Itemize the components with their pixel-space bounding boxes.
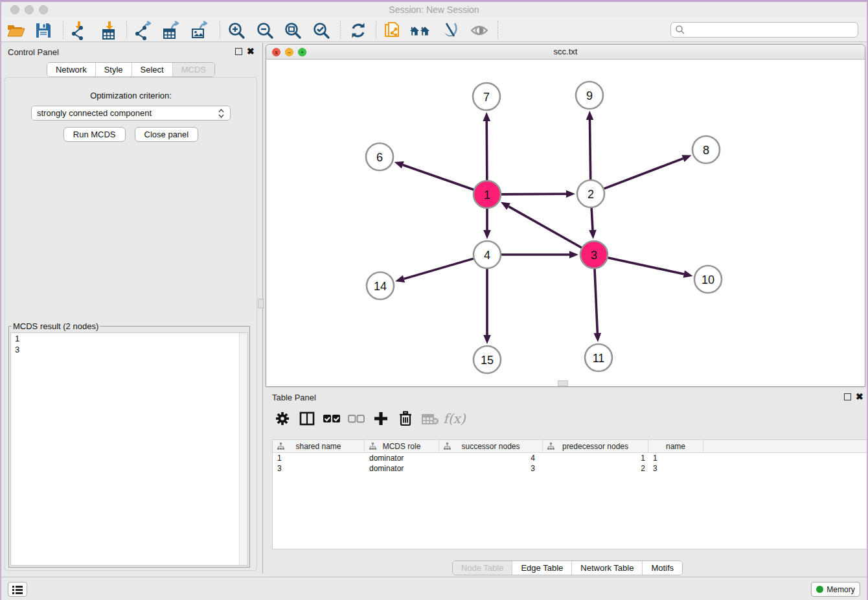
optimization-dropdown[interactable]: strongly connected component — [31, 106, 231, 121]
memory-button[interactable]: Memory — [811, 582, 860, 597]
arrowhead-icon — [569, 251, 578, 259]
edge-1-6[interactable] — [403, 165, 474, 190]
edge-3-1[interactable] — [508, 207, 582, 248]
table-row[interactable]: 1dominator411 — [273, 453, 868, 463]
function-builder-button[interactable]: f(x) — [444, 409, 464, 429]
graph-node-label: 4 — [484, 249, 490, 262]
attribute-icon — [547, 443, 554, 450]
edge-3-10[interactable] — [608, 258, 684, 274]
graph-node-label: 2 — [588, 188, 594, 201]
split-handle-vertical[interactable] — [258, 299, 264, 308]
control-panel-tabs: NetworkStyleSelectMCDS — [1, 62, 260, 77]
tab-edge-table[interactable]: Edge Table — [512, 561, 571, 575]
delete-row-button[interactable] — [395, 409, 415, 429]
import-table-button[interactable] — [98, 20, 119, 41]
export-table-icon — [162, 21, 181, 40]
tab-mcds[interactable]: MCDS — [172, 63, 214, 76]
edge-4-14[interactable] — [404, 259, 473, 279]
search-field[interactable] — [670, 22, 858, 38]
edge-2-9[interactable] — [590, 120, 591, 179]
table-cell[interactable]: 1 — [543, 453, 648, 463]
table-cell[interactable]: dominator — [365, 453, 439, 463]
table-cell[interactable]: 2 — [543, 463, 648, 474]
column-header-predecessor-nodes[interactable]: predecessor nodes — [543, 440, 648, 452]
clone-network-button[interactable] — [383, 20, 404, 41]
graph-node-label: 9 — [586, 89, 593, 102]
arrowhead-icon — [589, 230, 597, 239]
select-all-icon — [322, 409, 341, 428]
table-cell[interactable]: 3 — [439, 463, 543, 474]
table-cell[interactable]: 1 — [273, 453, 365, 463]
task-history-button[interactable] — [8, 582, 27, 597]
tab-motifs[interactable]: Motifs — [642, 561, 682, 575]
split-handle-horizontal[interactable] — [558, 380, 568, 386]
graph-node-label: 1 — [484, 189, 490, 202]
deselect-all-button[interactable] — [346, 409, 366, 429]
mcds-result-title: MCDS result (2 nodes) — [12, 321, 100, 331]
network-titlebar: x – + scc.txt — [266, 45, 865, 60]
float-icon[interactable] — [844, 393, 851, 400]
column-header-successor-nodes[interactable]: successor nodes — [439, 440, 543, 452]
column-header-shared-name[interactable]: shared name — [273, 440, 365, 452]
table-toolbar: f(x) — [272, 406, 464, 432]
float-icon[interactable] — [235, 48, 242, 55]
open-session-button[interactable] — [6, 20, 27, 41]
export-image-button[interactable] — [190, 20, 211, 41]
hide-graphics-button[interactable] — [440, 20, 461, 41]
graph-node-label: 15 — [481, 354, 494, 367]
zoom-selected-button[interactable] — [311, 20, 332, 41]
delete-table-icon — [420, 409, 440, 428]
memory-status-icon — [816, 586, 823, 593]
table-cell[interactable]: 4 — [439, 453, 543, 463]
arrowhead-icon — [394, 161, 404, 168]
gear-button[interactable] — [272, 409, 292, 429]
select-all-button[interactable] — [321, 409, 341, 429]
column-header-MCDS-role[interactable]: MCDS role — [365, 440, 439, 452]
table-row[interactable]: 3dominator323 — [273, 463, 868, 474]
delete-table-button[interactable] — [420, 409, 440, 429]
run-mcds-button[interactable]: Run MCDS — [63, 127, 126, 142]
tab-node-table[interactable]: Node Table — [453, 561, 512, 575]
refresh-layout-button[interactable] — [348, 20, 369, 41]
mcds-result-box: MCDS result (2 nodes) 13 — [8, 321, 250, 568]
save-session-button[interactable] — [33, 20, 54, 41]
tab-network-table[interactable]: Network Table — [571, 561, 642, 575]
graph-node-label: 3 — [591, 249, 597, 262]
column-selector-icon — [297, 409, 317, 428]
tab-style[interactable]: Style — [95, 63, 131, 76]
table-cell[interactable]: 3 — [648, 463, 703, 474]
mcds-result-text[interactable]: 13 — [10, 332, 248, 566]
save-session-icon — [34, 21, 53, 40]
edge-1-7[interactable] — [486, 121, 487, 180]
column-selector-button[interactable] — [297, 409, 317, 429]
zoom-out-button[interactable] — [255, 20, 275, 41]
export-table-button[interactable] — [161, 20, 182, 41]
edge-2-8[interactable] — [604, 159, 683, 189]
attribute-icon — [277, 443, 284, 450]
edge-1-2[interactable] — [501, 194, 566, 194]
edge-3-11[interactable] — [595, 269, 597, 333]
close-icon[interactable]: ✖ — [856, 391, 863, 402]
network-title: scc.txt — [266, 47, 865, 56]
export-network-button[interactable] — [133, 20, 154, 41]
result-scrollbar[interactable] — [239, 333, 247, 565]
table-cell[interactable]: dominator — [365, 463, 439, 474]
column-header-name[interactable]: name — [648, 440, 703, 452]
zoom-in-button[interactable] — [226, 20, 247, 41]
search-input[interactable] — [685, 24, 858, 36]
toolbar-separator — [126, 21, 127, 39]
add-row-button[interactable] — [371, 409, 391, 429]
column-label: MCDS role — [383, 442, 421, 451]
tab-network[interactable]: Network — [47, 63, 95, 76]
table-cell[interactable]: 3 — [273, 463, 365, 474]
close-icon[interactable]: ✖ — [247, 46, 255, 56]
close-panel-button[interactable]: Close panel — [135, 127, 199, 142]
zoom-fit-button[interactable] — [282, 20, 303, 41]
edge-2-3[interactable] — [591, 208, 593, 230]
import-network-button[interactable] — [68, 20, 89, 41]
show-graphics-button[interactable] — [469, 20, 490, 41]
tab-select[interactable]: Select — [131, 63, 172, 76]
home-view-button[interactable] — [409, 20, 430, 41]
network-canvas[interactable]: 7968124314101511 — [266, 60, 865, 386]
table-cell[interactable]: 1 — [648, 453, 703, 463]
